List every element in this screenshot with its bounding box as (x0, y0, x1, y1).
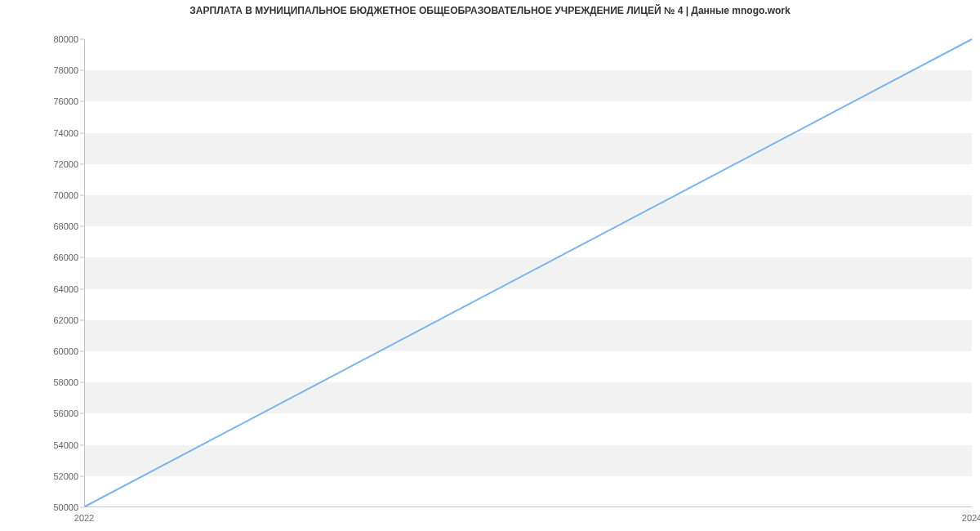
y-tick-mark (80, 163, 84, 164)
y-tick-mark (80, 288, 84, 289)
y-tick-mark (80, 507, 84, 508)
y-tick-label: 78000 (46, 65, 78, 75)
y-tick-label: 64000 (46, 284, 78, 294)
y-tick-label: 66000 (46, 252, 78, 262)
y-tick-mark (80, 413, 84, 414)
y-tick-label: 68000 (46, 221, 78, 231)
y-tick-label: 58000 (46, 377, 78, 387)
y-tick-mark (80, 195, 84, 196)
y-tick-label: 74000 (46, 128, 78, 138)
x-tick-label: 2022 (74, 513, 94, 523)
y-tick-label: 80000 (46, 34, 78, 44)
y-tick-label: 72000 (46, 159, 78, 169)
y-tick-label: 56000 (46, 408, 78, 418)
y-tick-mark (80, 70, 84, 71)
y-tick-mark (80, 319, 84, 320)
chart-title: ЗАРПЛАТА В МУНИЦИПАЛЬНОЕ БЮДЖЕТНОЕ ОБЩЕО… (0, 5, 980, 16)
y-tick-mark (80, 475, 84, 476)
chart-container: ЗАРПЛАТА В МУНИЦИПАЛЬНОЕ БЮДЖЕТНОЕ ОБЩЕО… (0, 0, 980, 531)
y-tick-mark (80, 382, 84, 383)
x-tick-label: 2024 (962, 513, 980, 523)
y-tick-mark (80, 132, 84, 133)
y-tick-mark (80, 101, 84, 102)
y-tick-label: 52000 (46, 471, 78, 481)
y-tick-mark (80, 39, 84, 40)
y-tick-mark (80, 351, 84, 352)
plot-area (84, 39, 972, 507)
y-tick-label: 76000 (46, 96, 78, 106)
y-tick-mark (80, 257, 84, 258)
y-tick-mark (80, 444, 84, 445)
line-series (85, 39, 972, 506)
y-tick-label: 70000 (46, 190, 78, 200)
y-tick-label: 60000 (46, 346, 78, 356)
y-tick-label: 50000 (46, 502, 78, 512)
series-line (85, 39, 972, 506)
y-tick-label: 62000 (46, 315, 78, 325)
y-tick-label: 54000 (46, 440, 78, 450)
y-tick-mark (80, 226, 84, 227)
